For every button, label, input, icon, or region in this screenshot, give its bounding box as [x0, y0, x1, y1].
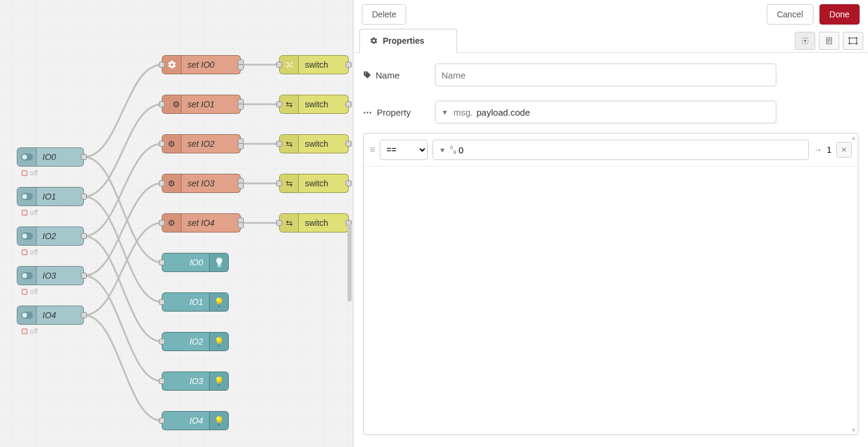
input-port[interactable]	[159, 180, 165, 186]
svg-point-1	[22, 155, 27, 159]
done-button[interactable]: Done	[819, 4, 860, 25]
output-port[interactable]	[238, 64, 244, 70]
input-port[interactable]	[276, 62, 282, 68]
arrow-icon: →	[813, 145, 822, 155]
output-port[interactable]	[346, 180, 352, 186]
output-port[interactable]	[346, 141, 352, 147]
document-icon	[825, 37, 833, 45]
property-input[interactable]	[477, 107, 772, 117]
scroll-up-icon[interactable]: ▲	[851, 135, 857, 141]
panel-tabs: Properties	[353, 29, 868, 53]
node-label: IO4	[37, 310, 62, 320]
cancel-button[interactable]: Cancel	[767, 4, 813, 25]
node-label: set IO0	[182, 60, 220, 70]
input-port[interactable]	[159, 339, 165, 345]
debug-node-1[interactable]: IO1💡	[162, 292, 229, 312]
output-port[interactable]	[81, 312, 87, 318]
node-label: IO0	[162, 258, 209, 267]
node-status: off	[22, 288, 38, 296]
svg-rect-16	[849, 38, 857, 43]
node-label: set IO3	[182, 179, 220, 188]
switch-node-3[interactable]: ⇆switch	[279, 174, 349, 193]
output-port[interactable]	[238, 222, 244, 228]
name-label: Name	[363, 64, 429, 86]
output-port[interactable]	[238, 104, 244, 110]
scroll-down-icon[interactable]: ▼	[851, 427, 857, 433]
node-label: IO2	[37, 231, 62, 241]
tab-button-settings[interactable]	[795, 32, 815, 50]
change-node-1[interactable]: ⚙set IO1	[162, 95, 241, 114]
gear-icon	[162, 56, 182, 74]
debug-node-2[interactable]: IO2💡	[162, 332, 229, 351]
input-port[interactable]	[159, 141, 165, 147]
output-port[interactable]	[346, 62, 352, 68]
switch-icon: ⇆	[280, 95, 299, 113]
input-port[interactable]	[159, 101, 165, 107]
value-input[interactable]	[459, 145, 805, 155]
rule-row: ≡ == ▾ 09 → 1 ✕	[364, 134, 858, 167]
input-port[interactable]	[276, 141, 282, 147]
inject-node-io1[interactable]: IO1	[17, 187, 84, 206]
properties-form: Name ⋯ Property ▾ msg.	[353, 53, 868, 129]
change-node-4[interactable]: ⚙set IO4	[162, 213, 241, 232]
node-label: IO0	[37, 152, 62, 162]
inject-node-io2[interactable]: IO2	[17, 226, 84, 246]
tab-button-description[interactable]	[819, 32, 839, 50]
delete-rule-button[interactable]: ✕	[836, 142, 852, 158]
inject-node-io0[interactable]: IO0	[17, 147, 84, 167]
input-port[interactable]	[159, 259, 165, 265]
svg-point-19	[849, 43, 850, 44]
change-node-2[interactable]: ⚙set IO2	[162, 134, 241, 153]
svg-point-5	[22, 234, 27, 238]
output-port[interactable]	[238, 143, 244, 149]
tab-properties[interactable]: Properties	[359, 29, 457, 53]
output-port[interactable]	[81, 194, 87, 200]
rules-scrollbar[interactable]: ▲ ▼	[851, 135, 857, 433]
debug-node-3[interactable]: IO3💡	[162, 372, 229, 391]
change-node-3[interactable]: ⚙set IO3	[162, 174, 241, 193]
switch-node-4[interactable]: ⇆switch	[279, 213, 349, 232]
gear-icon: ⚙	[162, 174, 182, 192]
output-port[interactable]	[238, 183, 244, 189]
node-label: switch	[299, 218, 334, 228]
property-type-dropdown[interactable]: ▾	[439, 107, 450, 117]
output-port[interactable]	[81, 154, 87, 160]
inject-node-io3[interactable]: IO3	[17, 266, 84, 285]
input-port[interactable]	[276, 180, 282, 186]
tab-button-appearance[interactable]	[843, 32, 863, 50]
name-input[interactable]	[435, 64, 776, 86]
bulb-icon	[209, 253, 228, 271]
input-port[interactable]	[276, 220, 282, 226]
input-port[interactable]	[159, 418, 165, 424]
property-label: ⋯ Property	[363, 101, 429, 123]
node-status: off	[22, 327, 38, 336]
switch-node-0[interactable]: switch	[279, 55, 349, 74]
delete-button[interactable]: Delete	[362, 4, 406, 25]
canvas-scrollbar[interactable]	[347, 223, 352, 301]
output-port[interactable]	[81, 233, 87, 239]
node-label: set IO2	[182, 139, 220, 149]
input-port[interactable]	[276, 101, 282, 107]
input-port[interactable]	[159, 299, 165, 305]
node-status: off	[22, 248, 38, 256]
inject-node-io4[interactable]: IO4	[17, 306, 84, 325]
output-port[interactable]	[81, 273, 87, 279]
change-node-0[interactable]: set IO0	[162, 55, 241, 74]
ellipsis-icon: ⋯	[363, 107, 373, 117]
output-index: 1	[827, 145, 831, 155]
debug-node-0[interactable]: IO0	[162, 253, 229, 272]
drag-handle-icon[interactable]: ≡	[370, 144, 375, 155]
input-port[interactable]	[159, 62, 165, 68]
layout-icon	[848, 37, 858, 45]
property-prefix: msg.	[453, 107, 473, 117]
input-port[interactable]	[159, 220, 165, 226]
switch-node-1[interactable]: ⇆switch	[279, 95, 349, 114]
switch-node-2[interactable]: ⇆switch	[279, 134, 349, 153]
value-type-dropdown[interactable]: ▾	[437, 144, 447, 155]
debug-node-4[interactable]: IO4💡	[162, 411, 229, 430]
gear-icon	[801, 37, 809, 45]
switch-icon: ⇆	[280, 174, 299, 192]
output-port[interactable]	[346, 101, 352, 107]
input-port[interactable]	[159, 378, 165, 384]
operator-select[interactable]: ==	[380, 140, 428, 160]
